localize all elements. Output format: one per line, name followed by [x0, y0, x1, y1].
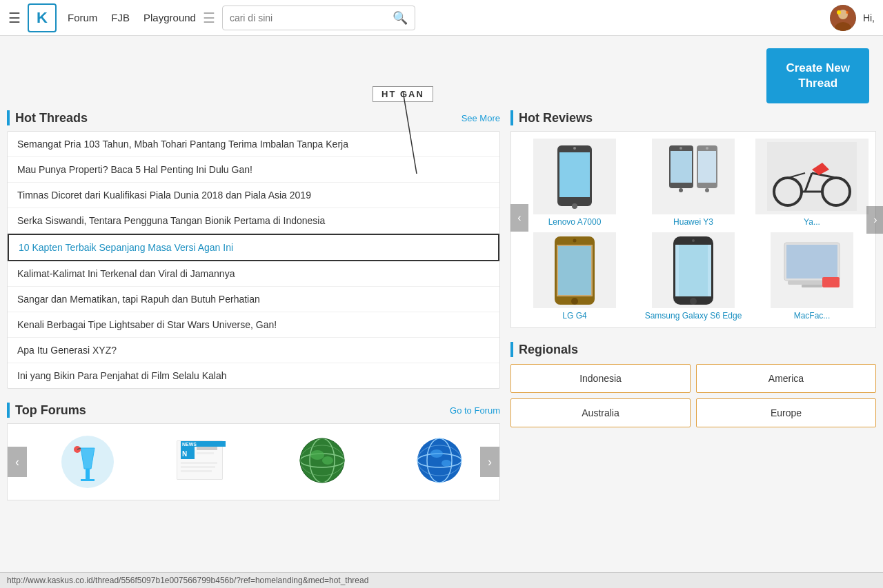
hot-reviews-title: Hot Reviews [510, 110, 593, 125]
playground-link[interactable]: Playground [143, 9, 196, 26]
forums-nav-left[interactable]: ‹ [8, 447, 27, 477]
indonesia-btn[interactable]: Indonesia [510, 364, 691, 393]
review-name-macfac: MacFac... [791, 311, 833, 321]
svg-point-71 [692, 239, 695, 242]
svg-rect-18 [181, 462, 217, 464]
review-name-moto: Ya... [801, 217, 823, 227]
title-bar-decoration4 [510, 342, 513, 357]
review-name-lg: LG G4 [559, 311, 589, 321]
forum-icon-globe1 [284, 431, 360, 493]
nav-separator: ☰ [203, 10, 215, 26]
fjb-link[interactable]: FJB [111, 9, 130, 26]
svg-line-5 [403, 91, 417, 174]
title-bar-decoration2 [7, 403, 10, 418]
review-card-huawei[interactable]: Huawei Y3 [637, 139, 750, 227]
ht-gan-arrow [399, 91, 427, 174]
svg-point-29 [322, 456, 333, 465]
svg-point-3 [837, 10, 841, 14]
svg-point-34 [430, 449, 443, 458]
top-bar: Create New Thread [0, 36, 883, 110]
review-img-huawei [652, 139, 735, 214]
avatar[interactable] [830, 5, 856, 31]
review-img-macfac [771, 232, 853, 308]
svg-text:N: N [182, 450, 187, 458]
review-card-moto[interactable]: Ya... [755, 139, 869, 227]
review-img-moto [755, 139, 869, 214]
svg-point-52 [706, 147, 708, 150]
svg-text:NEWS: NEWS [182, 442, 197, 447]
forum-card-3[interactable] [267, 431, 377, 493]
hamburger-menu[interactable]: ☰ [8, 10, 21, 26]
thread-item-3[interactable]: Serka Siswandi, Tentara Pengguna Tangan … [8, 208, 499, 234]
review-img-lg [533, 232, 616, 308]
forum-icon-globe2 [401, 431, 477, 493]
review-card-lenovo[interactable]: Lenovo A7000 [518, 139, 631, 227]
svg-rect-9 [81, 479, 95, 481]
main-container: Create New Thread HT GAN Hot Threads See… [0, 36, 883, 514]
svg-rect-69 [675, 245, 679, 296]
title-bar-decoration [7, 110, 10, 125]
review-card-lg[interactable]: LG G4 [518, 232, 631, 321]
site-logo[interactable]: K [28, 3, 57, 32]
svg-rect-70 [708, 245, 711, 296]
svg-rect-51 [698, 151, 716, 183]
reviews-nav-right[interactable]: › [866, 206, 883, 234]
see-more-link[interactable]: See More [462, 113, 500, 123]
svg-point-49 [679, 188, 683, 192]
regionals-title: Regionals [510, 342, 876, 357]
search-input[interactable] [223, 12, 386, 23]
forum-link[interactable]: Forum [68, 9, 97, 26]
forum-card-1[interactable] [32, 431, 143, 493]
review-img-samsung [652, 232, 735, 308]
svg-point-44 [573, 147, 576, 150]
thread-item-7[interactable]: Kenali Berbagai Tipe Lightsaber di Star … [8, 312, 499, 338]
content-columns: Hot Threads See More Semangat Pria 103 T… [0, 110, 883, 500]
svg-rect-19 [181, 466, 215, 468]
nav-links: Forum FJB Playground [68, 9, 196, 26]
top-forums-section: Top Forums Go to Forum ‹ [7, 403, 500, 500]
svg-rect-54 [767, 142, 857, 211]
svg-point-4 [846, 11, 849, 14]
svg-rect-8 [86, 469, 90, 479]
svg-rect-74 [786, 245, 837, 278]
reviews-wrapper: ‹ Lenovo A7000 [510, 131, 876, 328]
navbar: ☰ K Forum FJB Playground ☰ 🔍 Hi, [0, 0, 883, 36]
review-name-huawei: Huawei Y3 [671, 217, 716, 227]
svg-point-53 [705, 188, 709, 192]
svg-rect-77 [822, 277, 840, 287]
thread-item-2[interactable]: Timnas Dicoret dari Kualifikasi Piala Du… [8, 183, 499, 208]
thread-item-8[interactable]: Apa Itu Generasi XYZ? [8, 338, 499, 363]
forum-card-4[interactable] [384, 431, 495, 493]
reviews-nav-left[interactable]: ‹ [510, 204, 528, 232]
thread-item-9[interactable]: Ini yang Bikin Para Penjahat di Film Sel… [8, 363, 499, 388]
forum-icon-cocktail [50, 431, 126, 493]
review-name-lenovo: Lenovo A7000 [546, 217, 604, 227]
hi-text: Hi, [863, 12, 875, 23]
europe-btn[interactable]: Europe [696, 398, 876, 427]
review-name-samsung: Samsung Galaxy S6 Edge [642, 311, 745, 321]
forums-nav-right[interactable]: › [480, 447, 499, 477]
forum-icon-news: N NEWS [167, 431, 243, 493]
thread-item-5[interactable]: Kalimat-Kalimat Ini Terkenal dan Viral d… [8, 261, 499, 287]
svg-point-28 [310, 450, 324, 460]
forum-card-2[interactable]: N NEWS [150, 431, 260, 493]
review-card-samsung[interactable]: Samsung Galaxy S6 Edge [637, 232, 750, 321]
america-btn[interactable]: America [696, 364, 876, 393]
svg-rect-20 [181, 470, 212, 472]
thread-link-4[interactable]: 10 Kapten Terbaik Sepanjang Masa Versi A… [19, 242, 233, 253]
svg-rect-16 [197, 447, 217, 450]
svg-point-35 [442, 460, 451, 467]
svg-point-48 [679, 147, 682, 150]
top-forums-title: Top Forums [7, 403, 86, 418]
reviews-grid: ‹ Lenovo A7000 [510, 131, 876, 328]
review-card-macfac[interactable]: MacFac... [755, 232, 869, 321]
create-thread-button[interactable]: Create New Thread [766, 48, 869, 103]
svg-point-66 [571, 298, 578, 305]
hot-threads-title: Hot Threads [7, 110, 88, 125]
thread-item-4[interactable]: 10 Kapten Terbaik Sepanjang Masa Versi A… [8, 234, 499, 261]
search-button[interactable]: 🔍 [386, 10, 415, 26]
go-to-forum-link[interactable]: Go to Forum [450, 405, 500, 416]
thread-item-6[interactable]: Sangar dan Mematikan, tapi Rapuh dan But… [8, 287, 499, 312]
hot-reviews-header: Hot Reviews [510, 110, 876, 125]
australia-btn[interactable]: Australia [510, 398, 691, 427]
